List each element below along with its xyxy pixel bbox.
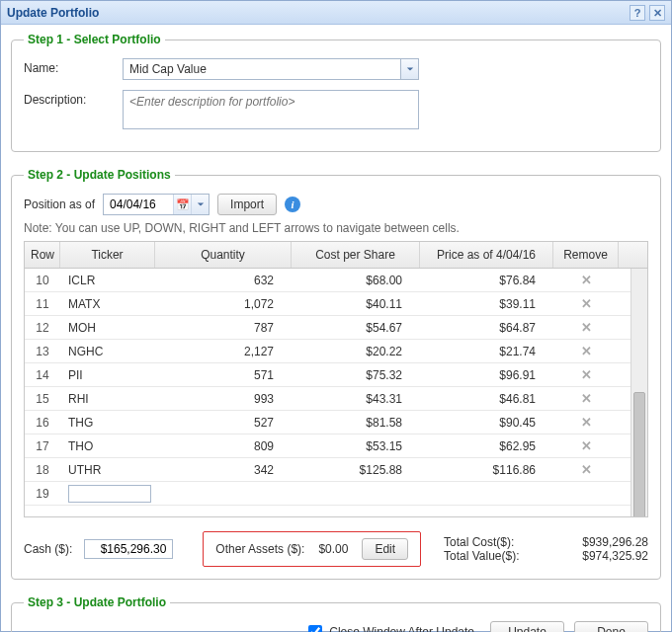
position-date-field[interactable]: 📅 <box>103 194 210 215</box>
other-assets-value: $0.00 <box>318 542 348 556</box>
row-number: 13 <box>25 345 60 358</box>
row-number: 14 <box>25 368 60 382</box>
cell-cost[interactable]: $68.00 <box>292 274 420 287</box>
cell-ticker[interactable]: THG <box>60 416 155 430</box>
chevron-down-icon[interactable] <box>191 195 209 214</box>
cell-cost[interactable]: $20.22 <box>292 345 420 358</box>
row-number: 18 <box>25 463 60 477</box>
remove-row-icon[interactable]: ✕ <box>577 366 595 384</box>
cell-cost[interactable]: $54.67 <box>292 321 420 335</box>
row-number: 11 <box>25 297 60 311</box>
table-row[interactable]: 14PII571$75.32$96.91✕ <box>25 363 630 387</box>
cell-price[interactable]: $116.86 <box>420 463 553 477</box>
cell-cost[interactable]: $53.15 <box>292 439 420 453</box>
cell-ticker[interactable]: THO <box>60 439 155 453</box>
table-row[interactable]: 13NGHC2,127$20.22$21.74✕ <box>25 340 630 363</box>
col-cost-header[interactable]: Cost per Share <box>292 242 420 268</box>
col-quantity-header[interactable]: Quantity <box>155 242 292 268</box>
help-icon[interactable]: ? <box>630 5 645 21</box>
row-number: 15 <box>25 392 60 406</box>
remove-row-icon[interactable]: ✕ <box>577 319 595 337</box>
position-date-input[interactable] <box>104 195 173 214</box>
cell-price[interactable]: $76.84 <box>420 274 553 287</box>
col-ticker-header[interactable]: Ticker <box>60 242 155 268</box>
close-after-update-wrap[interactable]: Close Window After Update <box>304 622 474 632</box>
edit-other-assets-button[interactable]: Edit <box>362 538 408 560</box>
cell-price[interactable]: $90.45 <box>420 416 553 430</box>
positions-grid: Row Ticker Quantity Cost per Share Price… <box>24 241 648 517</box>
cell-remove: ✕ <box>553 295 619 313</box>
cell-quantity[interactable]: 2,127 <box>155 345 292 358</box>
row-number: 12 <box>25 321 60 335</box>
info-icon[interactable]: i <box>285 197 300 212</box>
update-button[interactable]: Update <box>490 621 564 632</box>
remove-row-icon[interactable]: ✕ <box>577 461 595 479</box>
cell-ticker[interactable]: PII <box>60 368 155 382</box>
cell-ticker[interactable] <box>60 485 155 503</box>
cell-cost[interactable]: $43.31 <box>292 392 420 406</box>
col-price-header[interactable]: Price as of 4/04/16 <box>420 242 553 268</box>
portfolio-select[interactable]: Mid Cap Value <box>123 58 419 80</box>
cell-quantity[interactable]: 527 <box>155 416 292 430</box>
col-remove-header[interactable]: Remove <box>553 242 619 268</box>
description-textarea[interactable] <box>123 90 419 129</box>
step2-legend: Step 2 - Update Positions <box>24 168 175 182</box>
remove-row-icon[interactable]: ✕ <box>577 272 595 289</box>
table-row[interactable]: 15RHI993$43.31$46.81✕ <box>25 387 630 411</box>
cell-quantity[interactable]: 787 <box>155 321 292 335</box>
cell-ticker[interactable]: MOH <box>60 321 155 335</box>
cell-cost[interactable]: $81.58 <box>292 416 420 430</box>
cell-cost[interactable]: $125.88 <box>292 463 420 477</box>
remove-row-icon[interactable]: ✕ <box>577 414 595 432</box>
grid-scrollbar[interactable] <box>630 269 647 516</box>
cash-input[interactable] <box>84 539 173 559</box>
new-ticker-input[interactable] <box>68 485 151 503</box>
remove-row-icon[interactable]: ✕ <box>577 295 595 313</box>
table-row-empty[interactable]: 19 <box>25 482 630 506</box>
cell-cost[interactable]: $40.11 <box>292 297 420 311</box>
table-row[interactable]: 17THO809$53.15$62.95✕ <box>25 434 630 458</box>
cell-price[interactable]: $96.91 <box>420 368 553 382</box>
total-value-label: Total Value($): <box>444 549 538 563</box>
cell-quantity[interactable]: 1,072 <box>155 297 292 311</box>
cell-remove: ✕ <box>553 343 619 360</box>
col-row-header[interactable]: Row <box>25 242 60 268</box>
done-button[interactable]: Done <box>574 621 648 632</box>
remove-row-icon[interactable]: ✕ <box>577 437 595 455</box>
cell-quantity[interactable]: 993 <box>155 392 292 406</box>
table-row[interactable]: 16THG527$81.58$90.45✕ <box>25 411 630 434</box>
cell-quantity[interactable]: 809 <box>155 439 292 453</box>
import-button[interactable]: Import <box>217 194 277 215</box>
cell-ticker[interactable]: RHI <box>60 392 155 406</box>
cell-ticker[interactable]: NGHC <box>60 345 155 358</box>
cell-price[interactable]: $21.74 <box>420 345 553 358</box>
row-number: 16 <box>25 416 60 430</box>
cell-ticker[interactable]: ICLR <box>60 274 155 287</box>
table-row[interactable]: 12MOH787$54.67$64.87✕ <box>25 316 630 340</box>
step3-fieldset: Step 3 - Update Portfolio Close Window A… <box>11 595 661 632</box>
cell-price[interactable]: $39.11 <box>420 297 553 311</box>
table-row[interactable]: 18UTHR342$125.88$116.86✕ <box>25 458 630 482</box>
table-row[interactable]: 10ICLR632$68.00$76.84✕ <box>25 269 630 292</box>
row-number: 17 <box>25 439 60 453</box>
cell-ticker[interactable]: MATX <box>60 297 155 311</box>
calendar-icon[interactable]: 📅 <box>173 195 191 214</box>
cell-cost[interactable]: $75.32 <box>292 368 420 382</box>
cell-remove: ✕ <box>553 437 619 455</box>
close-icon[interactable]: ✕ <box>649 5 665 21</box>
close-after-update-checkbox[interactable] <box>308 625 322 632</box>
step3-legend: Step 3 - Update Portfolio <box>24 595 170 609</box>
cell-ticker[interactable]: UTHR <box>60 463 155 477</box>
table-row[interactable]: 11MATX1,072$40.11$39.11✕ <box>25 292 630 316</box>
cell-price[interactable]: $46.81 <box>420 392 553 406</box>
scrollbar-thumb[interactable] <box>633 392 645 516</box>
cell-price[interactable]: $62.95 <box>420 439 553 453</box>
cell-price[interactable]: $64.87 <box>420 321 553 335</box>
remove-row-icon[interactable]: ✕ <box>577 390 595 408</box>
portfolio-select-value: Mid Cap Value <box>129 62 207 76</box>
remove-row-icon[interactable]: ✕ <box>577 343 595 360</box>
cell-quantity[interactable]: 342 <box>155 463 292 477</box>
cell-quantity[interactable]: 571 <box>155 368 292 382</box>
cell-quantity[interactable]: 632 <box>155 274 292 287</box>
cell-remove: ✕ <box>553 319 619 337</box>
